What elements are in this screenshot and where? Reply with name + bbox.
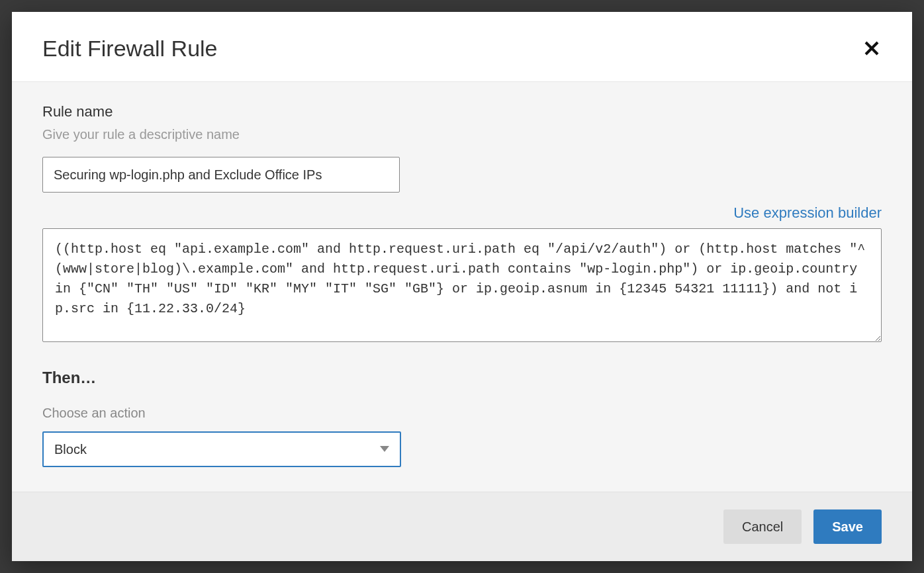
close-icon <box>864 38 879 60</box>
modal-header: Edit Firewall Rule <box>12 12 912 82</box>
choose-action-label: Choose an action <box>42 406 882 421</box>
rule-name-label: Rule name <box>42 103 882 120</box>
modal-footer: Cancel Save <box>12 492 912 561</box>
builder-link-row: Use expression builder <box>42 204 882 222</box>
rule-name-input[interactable] <box>42 157 400 193</box>
use-expression-builder-link[interactable]: Use expression builder <box>733 204 882 222</box>
then-heading: Then… <box>42 369 882 387</box>
action-select[interactable]: Block <box>42 431 401 467</box>
close-button[interactable] <box>862 36 882 62</box>
edit-firewall-rule-modal: Edit Firewall Rule Rule name Give your r… <box>12 12 912 561</box>
modal-title: Edit Firewall Rule <box>42 36 218 62</box>
rule-name-hint: Give your rule a descriptive name <box>42 127 882 142</box>
action-select-wrap: Block <box>42 431 401 467</box>
expression-textarea[interactable] <box>42 228 882 342</box>
cancel-button[interactable]: Cancel <box>723 509 802 544</box>
save-button[interactable]: Save <box>813 509 882 544</box>
modal-body: Rule name Give your rule a descriptive n… <box>12 82 912 492</box>
